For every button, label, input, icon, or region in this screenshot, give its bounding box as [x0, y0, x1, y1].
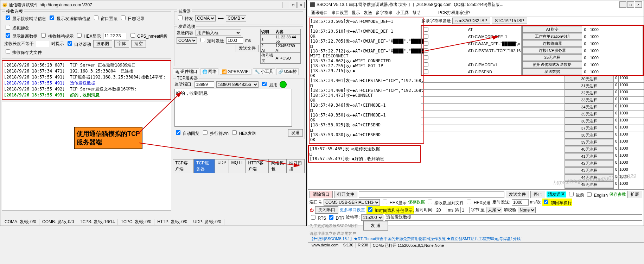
clear-window-button[interactable]: 清除窗口 [310, 191, 333, 198]
status-http: HTTP: 发/收:0/0 [154, 219, 190, 225]
minimize-button[interactable]: _ [282, 2, 289, 8]
menu-item-6[interactable]: 帮助 [412, 10, 421, 16]
check-select[interactable]: None [518, 207, 536, 213]
menu-item-0[interactable]: 通讯端口 [311, 10, 328, 16]
add-timestamp[interactable]: 加时间戳和分包显示, [366, 206, 414, 214]
virtual-kb[interactable]: 虚拟键盘 [4, 24, 29, 31]
send-port-select[interactable]: COMA [177, 37, 197, 44]
tcp-message-input[interactable]: 好的，收到消息 [174, 89, 292, 127]
port-select[interactable]: COM5 USB-SERIAL CH340 [324, 199, 380, 206]
window-title: 通信猫调试软件 http://tongxinmao.com V307 [9, 2, 92, 8]
nth-input[interactable] [460, 207, 470, 213]
font-button[interactable]: 字体 [114, 40, 129, 48]
auto-reply[interactable]: 自动回复 [174, 129, 199, 137]
file-path-input[interactable] [359, 191, 504, 198]
tab-3[interactable]: MQTT [229, 159, 246, 173]
gprs-button[interactable]: 📶GPRS/WIFI [220, 69, 251, 75]
command-rest-list[interactable]: 30无注释0100031无注释0100032无注释0100033无注释01000… [421, 76, 644, 189]
sscom-title: SSCOM V5.13.1 串口/网络数据调试器,作者:大虾丁丁,2618058… [317, 2, 503, 8]
beep[interactable]: 接收蜂鸣提示 [40, 32, 73, 39]
menu-item-3[interactable]: 发送 [364, 10, 372, 16]
timed-input[interactable] [512, 199, 529, 206]
save-params-button[interactable]: 保存参数 [609, 191, 626, 197]
front-checkbox[interactable]: 最前 [568, 191, 584, 198]
timeout-input[interactable] [435, 207, 446, 213]
forward-checkbox[interactable]: 转发 [177, 14, 193, 22]
hex-send[interactable]: HEX发送 [231, 129, 256, 137]
tab-0[interactable]: TCP客户端 [173, 159, 194, 173]
menu-item-1[interactable]: 串口设置 [331, 10, 348, 16]
send-text-input[interactable] [385, 214, 642, 221]
open-file-button[interactable]: 打开文件 [334, 191, 357, 198]
enable-checkbox[interactable]: 启用 [261, 81, 277, 88]
hex-send-r[interactable]: HEX发送 [465, 199, 491, 206]
show-latest[interactable]: 显示最新数据 [4, 32, 38, 39]
hex-show-r[interactable]: HEX显示 [381, 199, 407, 206]
send-button[interactable]: 发送 [288, 129, 303, 137]
log-empty-area[interactable] [2, 101, 171, 211]
menu-item-7[interactable]: PCB打样那家强? [438, 10, 470, 16]
english-checkbox[interactable]: English [586, 191, 608, 198]
isp1-button[interactable]: stm32/GD32 ISP [452, 18, 490, 24]
preset-table[interactable]: 说明内容 111 22 33 44 55 2123456789 ATAT 信号强… [260, 29, 301, 64]
send-mode-select[interactable]: 用户输入框 [196, 30, 241, 36]
hex-show[interactable]: HEX显示 [76, 32, 101, 39]
extend-button[interactable]: 扩展 [627, 191, 642, 198]
window-front[interactable]: 窗口置顶 [93, 14, 117, 22]
menu-item-4[interactable]: 多字符串 [376, 10, 393, 16]
hw-port-button[interactable]: 🔌硬件端口 [173, 68, 199, 75]
network-button[interactable]: 🌐网络 [200, 68, 218, 75]
forward-dst[interactable]: COMB [226, 15, 246, 21]
recv-to-file[interactable]: 接收数据到文件 [426, 199, 464, 206]
sscom-minimize[interactable]: — [619, 1, 626, 8]
sscom-close[interactable]: × [635, 1, 642, 8]
tab-1[interactable]: TCP服务器 [194, 159, 215, 173]
hex-value-input[interactable] [103, 33, 127, 39]
clear-send-button[interactable]: 清发送区 [547, 191, 566, 197]
tab-2[interactable]: UDP [215, 159, 229, 173]
forward-src[interactable]: COMA [195, 15, 216, 21]
command-table[interactable]: ATAT指令01000AT+CWMODE_DEF=1工作在单station模组0… [421, 26, 643, 76]
dtr-checkbox[interactable]: DTR [327, 214, 344, 221]
sscom-maximize[interactable]: □ [627, 1, 634, 8]
log-record[interactable]: 日志记录 [120, 14, 145, 22]
tab-5[interactable]: 网络抓包 [269, 159, 287, 173]
tab-6[interactable]: 端口扫描 [287, 159, 305, 173]
timed-send[interactable]: 定时发送 [199, 37, 224, 44]
footer-ad: 【升级到SSCOM5.13.1】★RT-Thread来自中国的开源免费商用物联网… [310, 236, 642, 241]
tcp-server-group: TCP服务器 监听端口: :33804 89648256 启用 好的，收到消息 … [173, 78, 305, 139]
menu-item-2[interactable]: 显示 [352, 10, 360, 16]
listen-port-input[interactable] [195, 81, 214, 88]
more-settings[interactable]: 更多串口设置 [340, 207, 365, 213]
show-send-aux[interactable]: 显示发送辅助信息 [48, 14, 90, 22]
stop-button[interactable]: 停止 [530, 191, 545, 198]
menu-item-5[interactable]: 小工具 [396, 10, 409, 16]
clear-button[interactable]: 清空 [131, 40, 146, 48]
newline[interactable]: 换行符\r\n [202, 129, 229, 137]
end-select[interactable]: 末尾 [486, 207, 502, 213]
show-recv-aux[interactable]: 显示接收辅助信息 [4, 14, 46, 22]
recv-len-input[interactable] [36, 41, 49, 47]
auto-newline[interactable]: 加回车换行 [542, 199, 572, 206]
tools-button[interactable]: 🔧小工具 [253, 68, 275, 75]
rts-checkbox[interactable]: RTS [310, 214, 326, 221]
save-data-button[interactable]: 保存数据 [408, 199, 425, 205]
forward-title: 转发器 [177, 8, 192, 14]
client-select[interactable]: :33804 89648256 [216, 81, 259, 88]
interval-input[interactable] [226, 37, 243, 44]
wave-button[interactable]: 波形图 [93, 40, 112, 48]
send-file-button[interactable]: 发送文件 [236, 45, 259, 52]
save-to-file[interactable]: 接收保存为文件 [4, 48, 42, 56]
send-main-button[interactable]: 发 送 [363, 221, 388, 231]
gps-parse[interactable]: GPS_nmea解析 [129, 32, 167, 39]
tab-4[interactable]: HTTP客户端 [246, 159, 269, 173]
close-port-button[interactable]: 关闭串口 [315, 206, 338, 214]
close-button[interactable]: × [298, 2, 305, 8]
usb-button[interactable]: 🔗USB桥 [276, 68, 299, 75]
bottom-tabs: TCP客户端TCP服务器UDPMQTTHTTP客户端网络抓包端口扫描 [173, 159, 305, 173]
auto-scroll[interactable]: 自动滚动 [66, 40, 91, 48]
baud-select[interactable]: 115200 [361, 214, 383, 221]
maximize-button[interactable]: □ [290, 2, 297, 8]
isp2-button[interactable]: STC/IAP15 ISP [492, 18, 527, 24]
send-file-button-r[interactable]: 发送文件 [506, 191, 529, 198]
